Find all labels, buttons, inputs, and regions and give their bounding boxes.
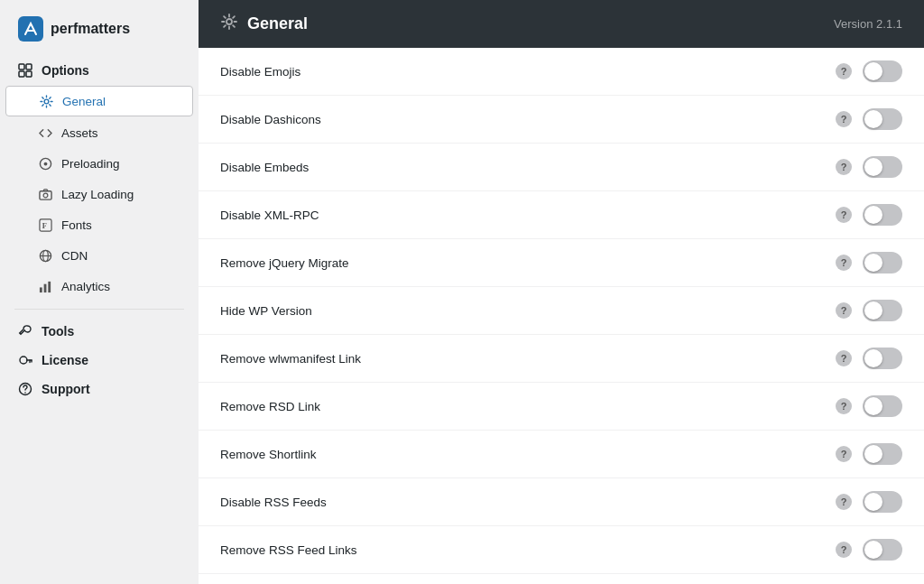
divider-1	[14, 309, 184, 310]
header-settings-icon	[220, 13, 238, 35]
settings-list: Disable Emojis?Disable Dashicons?Disable…	[199, 48, 924, 584]
toggle-remove-rss-feed-links[interactable]	[863, 539, 902, 561]
assets-label: Assets	[61, 126, 98, 140]
toggle-remove-jquery-migrate[interactable]	[863, 252, 902, 273]
sidebar-item-analytics[interactable]: Analytics	[5, 272, 193, 301]
setting-row-remove-jquery-migrate: Remove jQuery Migrate?	[199, 239, 924, 287]
sidebar-item-lazy-loading[interactable]: Lazy Loading	[5, 180, 193, 209]
sidebar-item-support[interactable]: Support	[0, 375, 199, 403]
toggle-disable-dashicons[interactable]	[863, 108, 902, 130]
toggle-track-hide-wp-version[interactable]	[863, 300, 902, 321]
setting-label-disable-rss-feeds: Disable RSS Feeds	[220, 496, 825, 509]
help-icon-disable-rss-feeds[interactable]: ?	[836, 494, 852, 510]
wrench-icon	[18, 324, 32, 338]
cdn-label: CDN	[61, 249, 88, 263]
toggle-track-disable-dashicons[interactable]	[863, 108, 902, 130]
help-icon-disable-dashicons[interactable]: ?	[836, 111, 852, 127]
toggle-remove-rsd-link[interactable]	[863, 395, 902, 417]
setting-row-disable-embeds: Disable Embeds?	[199, 144, 924, 191]
setting-label-remove-rsd-link: Remove RSD Link	[220, 400, 825, 413]
setting-label-disable-emojis: Disable Emojis	[220, 65, 825, 79]
general-label: General	[62, 95, 106, 108]
setting-label-remove-shortlink: Remove Shortlink	[220, 448, 825, 461]
setting-label-disable-embeds: Disable Embeds	[220, 161, 825, 174]
setting-row-disable-emojis: Disable Emojis?	[199, 48, 924, 96]
setting-row-disable-self-pingbacks: Disable Self Pingbacks?	[199, 574, 924, 584]
setting-row-remove-wlwmanifest-link: Remove wlwmanifest Link?	[199, 335, 924, 383]
help-icon-remove-rsd-link[interactable]: ?	[836, 398, 852, 414]
tools-label: Tools	[42, 324, 74, 338]
setting-row-remove-shortlink: Remove Shortlink?	[199, 431, 924, 478]
sidebar-item-cdn[interactable]: CDN	[5, 241, 193, 270]
help-icon-remove-rss-feed-links[interactable]: ?	[836, 542, 852, 558]
help-icon-disable-emojis[interactable]: ?	[836, 63, 852, 79]
svg-rect-16	[43, 283, 46, 292]
header-left: General	[220, 13, 308, 35]
setting-row-hide-wp-version: Hide WP Version?	[199, 287, 924, 335]
setting-row-disable-rss-feeds: Disable RSS Feeds?	[199, 478, 924, 526]
question-circle-icon	[18, 382, 32, 396]
toggle-track-remove-shortlink[interactable]	[863, 443, 902, 465]
toggle-track-remove-rss-feed-links[interactable]	[863, 539, 902, 561]
toggle-track-disable-xml-rpc[interactable]	[863, 204, 902, 226]
toggle-track-disable-emojis[interactable]	[863, 60, 902, 82]
setting-row-disable-xml-rpc: Disable XML-RPC?	[199, 191, 924, 239]
toggle-track-remove-rsd-link[interactable]	[863, 395, 902, 417]
sidebar-item-license[interactable]: License	[0, 346, 199, 375]
toggle-track-disable-embeds[interactable]	[863, 156, 902, 178]
code-icon	[38, 125, 52, 140]
setting-label-hide-wp-version: Hide WP Version	[220, 304, 825, 318]
key-icon	[18, 353, 32, 367]
setting-label-disable-dashicons: Disable Dashicons	[220, 113, 825, 126]
toggle-disable-rss-feeds[interactable]	[863, 491, 902, 513]
help-icon-disable-embeds[interactable]: ?	[836, 159, 852, 175]
toggle-remove-wlwmanifest-link[interactable]	[863, 348, 902, 369]
sidebar-item-assets[interactable]: Assets	[5, 118, 193, 147]
license-label: License	[42, 353, 88, 367]
sidebar-item-general[interactable]: General	[5, 86, 193, 116]
sidebar-item-tools[interactable]: Tools	[0, 317, 199, 346]
setting-row-remove-rss-feed-links: Remove RSS Feed Links?	[199, 526, 924, 574]
setting-row-disable-dashicons: Disable Dashicons?	[199, 96, 924, 144]
help-icon-remove-wlwmanifest-link[interactable]: ?	[836, 350, 852, 366]
svg-rect-17	[48, 281, 51, 292]
page-title: General	[247, 14, 308, 33]
version-text: Version 2.1.1	[834, 17, 902, 31]
sidebar: perfmatters Options General Assets Prelo…	[0, 0, 199, 584]
main-header: General Version 2.1.1	[199, 0, 924, 48]
toggle-track-remove-jquery-migrate[interactable]	[863, 252, 902, 273]
sidebar-item-preloading[interactable]: Preloading	[5, 149, 193, 178]
svg-rect-3	[19, 71, 24, 77]
gear-icon	[39, 94, 53, 108]
lazy-loading-label: Lazy Loading	[61, 188, 134, 201]
setting-label-remove-wlwmanifest-link: Remove wlwmanifest Link	[220, 352, 825, 366]
setting-label-remove-jquery-migrate: Remove jQuery Migrate	[220, 256, 825, 270]
help-icon-remove-jquery-migrate[interactable]: ?	[836, 255, 852, 271]
setting-label-disable-xml-rpc: Disable XML-RPC	[220, 209, 825, 222]
options-label: Options	[42, 63, 89, 78]
svg-rect-8	[39, 190, 51, 199]
logo-text: perfmatters	[51, 21, 130, 37]
setting-label-remove-rss-feed-links: Remove RSS Feed Links	[220, 543, 825, 557]
svg-point-18	[20, 357, 27, 364]
support-label: Support	[42, 382, 90, 396]
svg-point-5	[44, 99, 49, 104]
logo[interactable]: perfmatters	[0, 0, 199, 56]
toggle-remove-shortlink[interactable]	[863, 443, 902, 465]
toggle-disable-emojis[interactable]	[863, 60, 902, 82]
help-icon-disable-xml-rpc[interactable]: ?	[836, 207, 852, 223]
toggle-disable-xml-rpc[interactable]	[863, 204, 902, 226]
toggle-disable-embeds[interactable]	[863, 156, 902, 178]
setting-row-remove-rsd-link: Remove RSD Link?	[199, 383, 924, 431]
sidebar-item-fonts[interactable]: F Fonts	[5, 210, 193, 239]
toggle-hide-wp-version[interactable]	[863, 300, 902, 321]
help-icon-hide-wp-version[interactable]: ?	[836, 302, 852, 319]
sidebar-section-options[interactable]: Options	[0, 56, 199, 85]
toggle-track-remove-wlwmanifest-link[interactable]	[863, 348, 902, 369]
bar-chart-icon	[38, 279, 52, 293]
help-icon-remove-shortlink[interactable]: ?	[836, 446, 852, 462]
toggle-track-disable-rss-feeds[interactable]	[863, 491, 902, 513]
svg-text:F: F	[42, 221, 46, 230]
svg-point-23	[24, 392, 26, 394]
svg-rect-0	[18, 16, 43, 42]
